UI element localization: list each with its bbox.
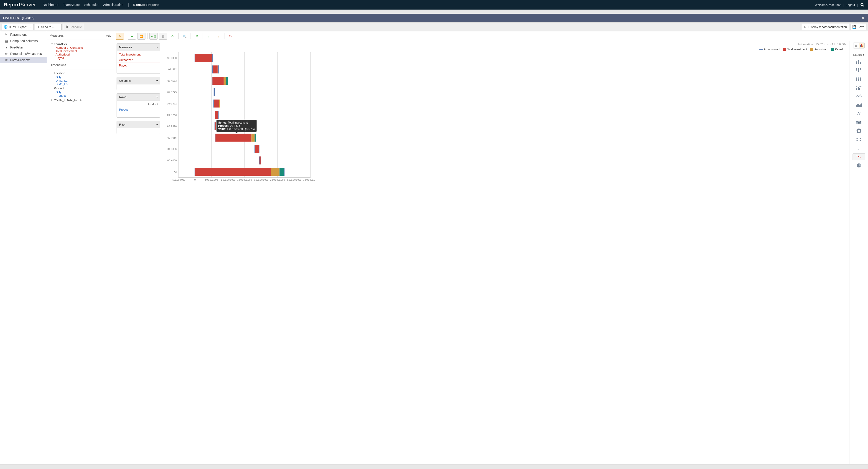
chart-type-bar-icon[interactable] [852,58,865,65]
edit-button[interactable]: ✎ [116,33,124,40]
rows-item[interactable]: Product [117,107,160,112]
fast-play-button[interactable]: ⏩ [137,33,146,40]
chart-type-area-icon[interactable] [852,101,865,108]
chevron-down-icon[interactable]: ▾ [156,46,158,49]
sidebar-item-icon: ▦ [4,39,8,43]
chart-type-bar-down-icon[interactable] [852,67,865,74]
play-button[interactable]: ▶ [128,33,136,40]
chevron-down-icon[interactable]: ▾ [156,123,158,126]
cfg-measure-item[interactable]: Total Investment [117,52,160,57]
grid-in-button[interactable]: ⇤▦ [149,33,158,40]
sidebar-item-dimensions-measures[interactable]: ⊕Dimensions/Measures [0,51,46,57]
handle-icon[interactable]: ○ [117,68,160,72]
svg-point-120 [859,149,859,149]
nav-dashboard[interactable]: Dashboard [43,3,59,7]
measure-item[interactable]: Payed [49,56,112,60]
upload-button[interactable]: ↑ [214,33,222,40]
reset-button[interactable]: ↻ [226,33,235,40]
svg-text:09 I512: 09 I512 [168,68,177,71]
chevron-down-icon[interactable]: ▾ [156,79,158,82]
close-icon[interactable]: ✕ [861,15,865,21]
handle-icon[interactable]: ○ [117,112,160,117]
nav-administration[interactable]: Administration [103,3,123,7]
search-icon[interactable] [860,3,864,7]
svg-rect-125 [858,156,859,157]
chart-type-bar: ▦ Export ▾ [849,41,868,464]
nav-scheduler[interactable]: Scheduler [84,3,99,7]
send-to-button[interactable]: ⬆Send to ...▾ [35,24,61,30]
svg-rect-32 [212,77,223,85]
sidebar-item-parameters[interactable]: ✎Parameters [0,31,46,38]
svg-rect-33 [224,77,226,85]
logout-link[interactable]: Logout [846,3,855,7]
legend: Accumulated Total Investment Authorized … [162,47,849,52]
location-dim1l2[interactable]: DIM1_L2 [49,79,112,82]
html-export-button[interactable]: 🌐HTML-Export▾ [2,24,33,30]
table-mode-icon[interactable]: ▦ [854,43,859,48]
nav-executed[interactable]: Executed reports [133,3,159,7]
chart-type-stacked-icon[interactable] [852,75,865,82]
chart-type-pie-icon[interactable] [852,162,865,169]
sidebar-item-computed-columns[interactable]: ▦Computed columns [0,38,46,44]
cfg-measure-item[interactable]: Authorized [117,57,160,63]
calendar-icon: 🗓 [65,25,68,29]
validfrom-group[interactable]: ▸VALID_FROM_DATE [49,97,112,102]
measure-item[interactable]: Total Investment [49,50,112,53]
svg-rect-90 [860,68,861,70]
chart-type-scatter-icon[interactable] [852,145,865,152]
location-group[interactable]: ▾Location [49,71,112,75]
chevron-down-icon[interactable]: ▾ [29,26,31,28]
cfg-columns[interactable]: Columns▾ [117,77,160,90]
cfg-rows[interactable]: Rows▾ Product Product ○ [117,93,160,118]
print-button[interactable]: 🖶 [193,33,201,40]
svg-point-113 [857,129,861,133]
svg-rect-91 [856,78,857,81]
chart-mode-icon[interactable] [859,43,864,48]
grid-button[interactable]: ▦ [159,33,167,40]
sidebar-item-pivot-preview[interactable]: 👁Pivot/Preview [0,57,46,63]
product-all[interactable]: (All) [49,91,112,94]
chart-type-heatmap-icon[interactable] [852,119,865,126]
sidebar-item-pre-filter[interactable]: ▼Pre-Filter [0,44,46,51]
display-doc-button[interactable]: 🗎Display report documentation [802,24,849,30]
svg-point-122 [861,148,861,148]
product-group[interactable]: ▾Product [49,86,112,91]
sidebar-item-icon: ▼ [4,45,8,49]
cfg-measure-item[interactable]: Payed [117,63,160,68]
export-dropdown[interactable]: Export ▾ [853,53,864,56]
cfg-filter[interactable]: Filter▾ [117,121,160,134]
cfg-measures[interactable]: Measures▾ Total InvestmentAuthorizedPaye… [117,43,160,74]
svg-text:2,000,000,000: 2,000,000,000 [254,179,269,181]
add-link[interactable]: Add [106,34,111,37]
chart-type-dots-icon[interactable] [852,136,865,143]
svg-rect-43 [214,100,219,107]
chart-type-line-icon[interactable] [852,93,865,100]
report-title: PIVOTTEST (128315) [3,16,35,20]
download-button[interactable]: ↓ [205,33,213,40]
chart-type-density-icon[interactable] [852,110,865,117]
chevron-down-icon[interactable]: ▾ [57,26,60,28]
save-button[interactable]: 💾Save [850,24,866,30]
measure-item[interactable]: Number of Contracts [49,46,112,50]
dimensions-heading: Dimensions [47,61,114,69]
dimensions-panel: MeasuresAdd ▾measures Number of Contract… [47,31,114,464]
svg-rect-94 [858,77,859,79]
location-all[interactable]: (All) [49,75,112,79]
measure-item[interactable]: Authorized [49,53,112,56]
refresh-button[interactable]: ⟳ [168,33,177,40]
zoom-button[interactable]: 🔍 [181,33,189,40]
nav-teamspace[interactable]: TeamSpace [63,3,80,7]
waterfall-chart[interactable]: -500,000,0000500,000,0001,000,000,0001,5… [162,52,315,184]
svg-rect-34 [226,77,228,85]
chart-type-waterfall-icon[interactable] [852,153,865,160]
reset-icon: ↻ [229,35,232,38]
measures-group[interactable]: ▾measures [49,41,112,46]
top-right: Welcome, root, root | Logout | [815,3,864,7]
svg-rect-78 [280,168,284,176]
chart-type-combo-icon[interactable] [852,84,865,91]
location-dim1l3[interactable]: DIM1_L3 [49,82,112,86]
chart-type-donut-icon[interactable] [852,127,865,134]
chevron-down-icon[interactable]: ▾ [156,96,158,99]
product-item[interactable]: Product [49,94,112,97]
svg-point-117 [860,140,861,141]
